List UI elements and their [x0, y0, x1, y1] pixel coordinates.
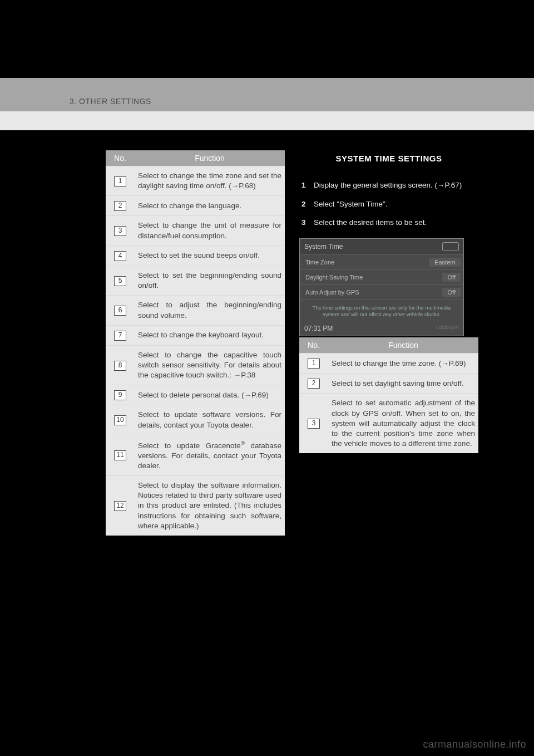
right-column: SYSTEM TIME SETTINGS 1 Display the gener… — [299, 150, 478, 536]
function-text: Select to change the capacitive touch sw… — [135, 345, 285, 385]
function-text: Select to delete personal data. (→P.69) — [135, 385, 285, 405]
row-label: Auto Adjust by GPS — [305, 289, 359, 296]
table-row: 5 Select to set the beginning/ending sou… — [106, 266, 285, 295]
step-number: 2 — [301, 199, 314, 210]
steps-list: 1 Display the general settings screen. (… — [299, 180, 478, 228]
function-text: Select to update Gracenote® database ver… — [135, 435, 285, 475]
step-text: Select the desired items to be set. — [314, 217, 476, 228]
callout-number: 8 — [114, 361, 126, 371]
table-row: 1 Select to change the time zone. (→P.69… — [299, 354, 478, 374]
function-text: Select to display the software informati… — [135, 476, 285, 536]
left-function-table: No. Function 1 Select to change the time… — [106, 150, 285, 536]
callout-number: 3 — [114, 226, 126, 236]
table-row: 11 Select to update Gracenote® database … — [106, 435, 285, 475]
function-text: Select to update software versions. For … — [135, 405, 285, 435]
screenshot-row-dst: Daylight Saving Time Off 2 — [300, 269, 463, 284]
right-function-table: No. Function 1 Select to change the time… — [299, 337, 478, 453]
table-row: 8 Select to change the capacitive touch … — [106, 345, 285, 385]
screenshot-code: US2046AI — [436, 325, 459, 332]
callout-number: 12 — [114, 501, 126, 511]
callout-number: 7 — [114, 331, 126, 341]
callout-number: 4 — [114, 251, 126, 261]
table-row: 12 Select to display the software inform… — [106, 476, 285, 536]
function-text: Select to adjust the beginning/ending so… — [135, 296, 285, 325]
left-column: No. Function 1 Select to change the time… — [106, 150, 285, 536]
columns: No. Function 1 Select to change the time… — [0, 130, 534, 536]
function-text: Select to change the unit of measure for… — [135, 216, 285, 246]
callout-number: 3 — [308, 419, 320, 429]
callout-number: 10 — [114, 415, 126, 425]
page-content: 3. OTHER SETTINGS No. Function 1 Select … — [0, 78, 534, 536]
section-title: SYSTEM TIME SETTINGS — [299, 150, 478, 166]
header-bar: 3. OTHER SETTINGS — [0, 78, 534, 111]
screenshot-footer: 07:31 PM US2046AI — [300, 322, 463, 336]
callout-number: 9 — [114, 390, 126, 400]
table-row: 6 Select to adjust the beginning/ending … — [106, 296, 285, 325]
row-value: Eastern — [429, 258, 461, 267]
screenshot-header: System Time — [300, 239, 463, 254]
row-value: Off — [442, 273, 461, 282]
function-text: Select to change the keyboard layout. — [135, 325, 285, 345]
col-header-no: No. — [299, 337, 328, 354]
function-text: Select to set automatic adjustment of th… — [328, 394, 478, 454]
table-row: 3 Select to set automatic adjustment of … — [299, 394, 478, 454]
table-row: 2 Select to set daylight saving time on/… — [299, 374, 478, 394]
row-label: Time Zone — [305, 259, 334, 266]
function-text: Select to set the beginning/ending sound… — [135, 266, 285, 295]
function-text: Select to set the sound beeps on/off. — [135, 246, 285, 266]
row-value: Off — [442, 288, 461, 297]
step-item: 1 Display the general settings screen. (… — [301, 180, 476, 191]
function-text: Select to change the language. — [135, 196, 285, 216]
table-row: 1 Select to change the time zone and set… — [106, 166, 285, 196]
table-row: 3 Select to change the unit of measure f… — [106, 216, 285, 246]
screenshot-title: System Time — [304, 243, 343, 251]
col-header-function: Function — [135, 150, 285, 166]
system-time-screenshot: System Time Time Zone Eastern 1 Daylight… — [299, 238, 464, 337]
function-text: Select to change the time zone. (→P.69) — [328, 354, 478, 374]
watermark: carmanualsonline.info — [423, 739, 526, 750]
callout-number: 1 — [114, 176, 126, 186]
screenshot-time: 07:31 PM — [304, 325, 333, 332]
breadcrumb: 3. OTHER SETTINGS — [70, 97, 151, 106]
step-item: 2 Select "System Time". — [301, 199, 476, 210]
back-icon — [442, 242, 459, 251]
step-item: 3 Select the desired items to be set. — [301, 217, 476, 228]
step-text: Select "System Time". — [314, 199, 476, 210]
table-row: 9 Select to delete personal data. (→P.69… — [106, 385, 285, 405]
row-label: Daylight Saving Time — [305, 274, 363, 281]
table-row: 4 Select to set the sound beeps on/off. — [106, 246, 285, 266]
callout-number: 1 — [308, 359, 320, 369]
col-header-no: No. — [106, 150, 135, 166]
screenshot-note: The time settings on this screen are onl… — [300, 300, 463, 323]
function-text: Select to change the time zone and set t… — [135, 166, 285, 196]
screenshot-row-timezone: Time Zone Eastern 1 — [300, 254, 463, 269]
step-text: Display the general settings screen. (→P… — [314, 180, 476, 191]
step-number: 1 — [301, 180, 314, 191]
screenshot-wrapper: System Time Time Zone Eastern 1 Daylight… — [299, 238, 478, 337]
screenshot-row-gps: Auto Adjust by GPS Off 3 — [300, 284, 463, 300]
table-row: 7 Select to change the keyboard layout. — [106, 325, 285, 345]
col-header-function: Function — [328, 337, 478, 354]
callout-number: 2 — [114, 201, 126, 211]
callout-number: 11 — [114, 450, 126, 460]
function-text: Select to set daylight saving time on/of… — [328, 374, 478, 394]
table-row: 10 Select to update software versions. F… — [106, 405, 285, 435]
callout-number: 6 — [114, 306, 126, 316]
step-number: 3 — [301, 217, 314, 228]
table-row: 2 Select to change the language. — [106, 196, 285, 216]
sub-header-bar — [0, 111, 534, 130]
callout-number: 5 — [114, 276, 126, 286]
callout-number: 2 — [308, 379, 320, 389]
